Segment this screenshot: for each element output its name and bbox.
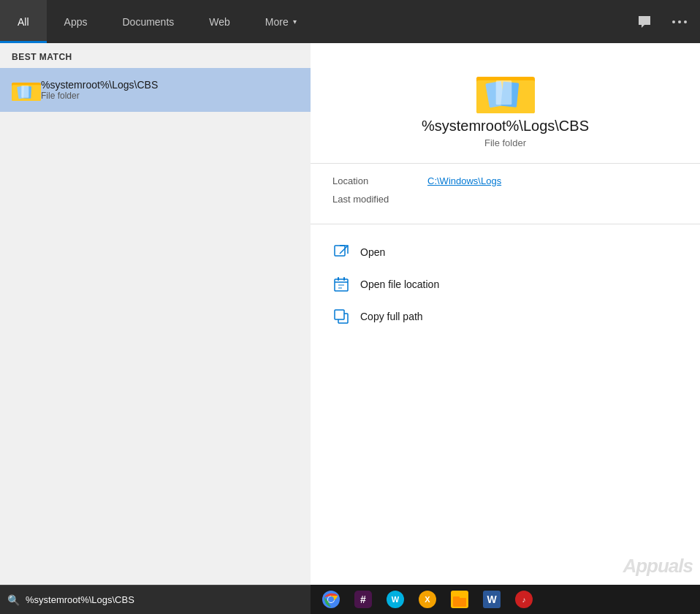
open-file-location-icon xyxy=(332,276,350,293)
app7-icon: ♪ xyxy=(515,591,533,608)
svg-text:X: X xyxy=(425,595,430,604)
last-modified-label: Last modified xyxy=(332,194,427,205)
svg-text:♪: ♪ xyxy=(522,596,526,604)
svg-point-23 xyxy=(328,596,334,602)
feedback-icon xyxy=(637,15,652,29)
chevron-down-icon: ▾ xyxy=(293,18,297,26)
open-file-location-label: Open file location xyxy=(360,278,439,290)
top-navigation: All Apps Documents Web More ▾ xyxy=(0,0,700,43)
left-panel: Best match %systemroot%\Logs\CBS File fo… xyxy=(0,43,311,585)
taskbar-files[interactable] xyxy=(445,585,474,614)
right-header: %systemroot%\Logs\CBS File folder xyxy=(311,43,700,164)
nav-right-controls xyxy=(630,0,700,43)
svg-text:W: W xyxy=(392,595,400,604)
svg-text:W: W xyxy=(487,594,497,605)
word-icon: W xyxy=(483,591,501,608)
webex-icon: W xyxy=(387,591,404,608)
files-icon xyxy=(451,591,468,608)
result-subtitle: File folder xyxy=(41,91,158,101)
result-item-cbs[interactable]: %systemroot%\Logs\CBS File folder xyxy=(0,68,311,112)
result-item-text: %systemroot%\Logs\CBS File folder xyxy=(41,79,158,101)
feedback-button[interactable] xyxy=(630,7,659,37)
taskbar: 🔍 %systemroot%\Logs\CBS # xyxy=(0,585,700,614)
right-subtitle: File folder xyxy=(484,137,526,148)
svg-text:#: # xyxy=(360,594,366,605)
tab-all[interactable]: All xyxy=(0,0,47,43)
main-layout: Best match %systemroot%\Logs\CBS File fo… xyxy=(0,43,700,585)
right-title: %systemroot%\Logs\CBS xyxy=(422,118,589,134)
right-panel: %systemroot%\Logs\CBS File folder Locati… xyxy=(311,43,700,585)
taskbar-app7[interactable]: ♪ xyxy=(509,585,539,614)
folder-large-icon xyxy=(476,65,535,118)
chrome-icon xyxy=(322,591,340,608)
more-options-button[interactable] xyxy=(665,7,694,37)
svg-rect-18 xyxy=(343,277,345,281)
folder-icon xyxy=(12,75,41,105)
taskbar-search[interactable]: 🔍 %systemroot%\Logs\CBS xyxy=(0,585,311,614)
taskbar-webex[interactable]: W xyxy=(381,585,410,614)
svg-rect-32 xyxy=(453,596,460,599)
taskbar-slack[interactable]: # xyxy=(349,585,378,614)
svg-rect-20 xyxy=(335,310,344,319)
watermark: Appuals xyxy=(623,555,693,577)
tab-more[interactable]: More ▾ xyxy=(248,0,314,43)
actions-section: Open Open file location Cop xyxy=(311,224,700,344)
tab-web[interactable]: Web xyxy=(191,0,248,43)
svg-point-2 xyxy=(684,20,687,23)
copy-icon xyxy=(332,308,350,325)
ellipsis-icon xyxy=(672,20,687,23)
last-modified-row: Last modified xyxy=(332,194,678,205)
slack-icon: # xyxy=(354,591,372,608)
taskbar-app4[interactable]: X xyxy=(413,585,442,614)
action-open[interactable]: Open xyxy=(332,236,678,268)
action-copy-full-path[interactable]: Copy full path xyxy=(332,300,678,333)
best-match-label: Best match xyxy=(0,43,311,67)
location-value[interactable]: C:\Windows\Logs xyxy=(427,175,501,186)
search-text: %systemroot%\Logs\CBS xyxy=(26,594,303,605)
open-icon xyxy=(332,243,350,261)
svg-point-1 xyxy=(678,20,681,23)
svg-rect-14 xyxy=(495,80,511,105)
svg-rect-8 xyxy=(21,86,28,98)
svg-rect-17 xyxy=(338,277,339,281)
open-label: Open xyxy=(360,246,385,258)
location-row: Location C:\Windows\Logs xyxy=(332,175,678,186)
app4-icon: X xyxy=(419,591,436,608)
search-icon: 🔍 xyxy=(7,594,20,606)
taskbar-word[interactable]: W xyxy=(477,585,506,614)
taskbar-chrome[interactable] xyxy=(316,585,346,614)
tab-documents[interactable]: Documents xyxy=(104,0,191,43)
svg-point-0 xyxy=(672,20,675,23)
details-section: Location C:\Windows\Logs Last modified xyxy=(311,164,700,224)
location-label: Location xyxy=(332,175,427,186)
action-open-file-location[interactable]: Open file location xyxy=(332,268,678,300)
tab-apps[interactable]: Apps xyxy=(47,0,105,43)
result-title: %systemroot%\Logs\CBS xyxy=(41,79,158,91)
copy-full-path-label: Copy full path xyxy=(360,311,423,322)
taskbar-apps: # W X xyxy=(311,585,700,614)
